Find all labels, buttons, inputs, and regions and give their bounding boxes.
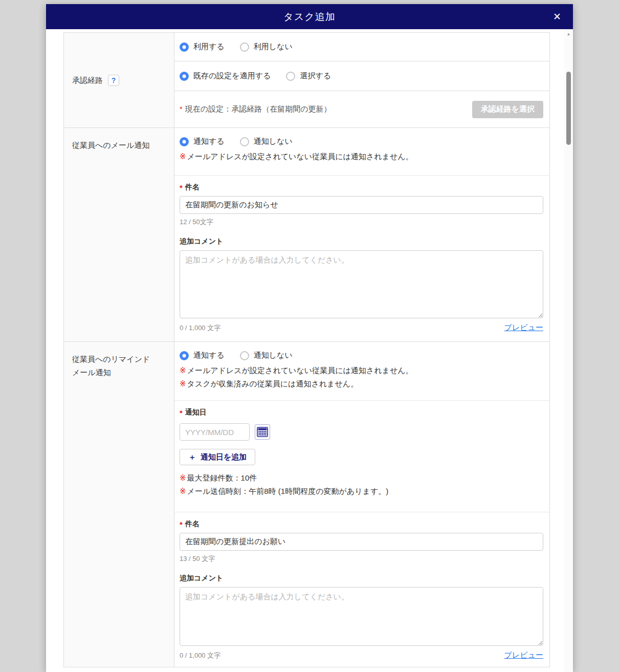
approval-route-row: 承認経路 ? 利用する 利用しない — [64, 33, 549, 128]
remind-notification-label-line1: 従業員へのリマインド — [72, 353, 166, 366]
radio-remind-notify-yes[interactable]: 通知する — [180, 351, 225, 360]
add-notify-date-button[interactable]: ＋ 通知日を追加 — [180, 449, 255, 465]
mail-subject-input[interactable] — [180, 196, 543, 214]
add-task-modal: タスク追加 ✕ 承認経路 ? 利用する — [46, 4, 573, 672]
radio-unselected-icon — [240, 351, 249, 360]
remind-date-input[interactable] — [180, 423, 250, 441]
radio-unselected-icon — [240, 137, 249, 146]
radio-apply-existing[interactable]: 既存の設定を適用する — [180, 71, 271, 81]
plus-icon: ＋ — [188, 452, 196, 462]
mail-comment-counter: 0 / 1,000 文字 — [180, 323, 220, 333]
mail-note: ※メールアドレスが設定されていない従業員には通知されません。 — [180, 151, 543, 162]
radio-use-no[interactable]: 利用しない — [240, 42, 293, 52]
radio-mail-notify-yes[interactable]: 通知する — [180, 137, 225, 146]
close-icon: ✕ — [553, 11, 561, 22]
close-button[interactable]: ✕ — [548, 8, 566, 26]
select-approval-route-button[interactable]: 承認経路を選択 — [472, 101, 543, 118]
mail-notify-radio-group: 通知する 通知しない ※メールアドレスが設定されていない従業員には通知されません… — [174, 128, 549, 176]
mail-comment-label: 追加コメント — [180, 237, 543, 246]
modal-title: タスク追加 — [283, 10, 335, 24]
help-icon[interactable]: ? — [108, 75, 119, 86]
remind-fields-section: *件名 13 / 50 文字 追加コメント 0 / 1,000 文字 プレビュー — [174, 512, 549, 667]
radio-unselected-icon — [286, 72, 295, 81]
approval-route-label: 承認経路 — [72, 74, 103, 87]
modal-header: タスク追加 ✕ — [46, 4, 573, 29]
remind-date-section: *通知日 — [174, 401, 549, 512]
radio-selected-icon — [180, 42, 189, 52]
scroll-up-icon[interactable]: ▲ — [564, 32, 573, 36]
radio-mail-notify-no[interactable]: 通知しない — [240, 137, 293, 146]
remind-notification-label-line2: メール通知 — [72, 366, 166, 379]
remind-subject-counter: 13 / 50 文字 — [180, 554, 543, 563]
remind-comment-counter: 0 / 1,000 文字 — [180, 651, 220, 660]
remind-notification-label-cell: 従業員へのリマインド メール通知 — [64, 342, 174, 667]
mail-notification-label-cell: 従業員へのメール通知 — [64, 128, 174, 341]
approval-mode-radio-group: 既存の設定を適用する 選択する — [174, 61, 549, 91]
remind-note-2: ※タスクが収集済みの従業員には通知されません。 — [180, 378, 543, 389]
remind-subject-label: *件名 — [180, 519, 543, 529]
scrollbar-thumb[interactable] — [566, 72, 571, 145]
mail-notification-label: 従業員へのメール通知 — [72, 141, 149, 149]
radio-selected-icon — [180, 137, 189, 146]
remind-preview-link[interactable]: プレビュー — [504, 651, 543, 660]
mail-subject-counter: 12 / 50文字 — [180, 218, 543, 227]
task-form: 承認経路 ? 利用する 利用しない — [63, 32, 550, 667]
radio-selected-icon — [180, 351, 189, 360]
remind-time-note: ※メール送信時刻：午前8時 (1時間程度の変動があります。) — [180, 486, 543, 497]
mail-fields-section: *件名 12 / 50文字 追加コメント 0 / 1,000 文字 プレビュー — [174, 176, 549, 341]
modal-body: 承認経路 ? 利用する 利用しない — [46, 29, 573, 672]
approval-current-setting-row: *現在の設定：承認経路（在留期間の更新） 承認経路を選択 — [174, 91, 549, 127]
mail-notification-row: 従業員へのメール通知 通知する 通知しない — [64, 128, 549, 342]
radio-selected-icon — [180, 72, 189, 81]
remind-subject-input[interactable] — [180, 533, 543, 551]
remind-max-note: ※最大登録件数：10件 — [180, 472, 543, 484]
mail-notification-content: 通知する 通知しない ※メールアドレスが設定されていない従業員には通知されません… — [174, 128, 549, 341]
radio-select-route[interactable]: 選択する — [286, 71, 331, 81]
remind-notification-content: 通知する 通知しない ※メールアドレスが設定されていない従業員には通知されません… — [174, 342, 549, 667]
remind-note-1: ※メールアドレスが設定されていない従業員には通知されません。 — [180, 365, 543, 376]
calendar-button[interactable] — [255, 424, 270, 440]
approval-route-content: 利用する 利用しない 既存の設定を適用する — [174, 33, 549, 127]
remind-comment-textarea[interactable] — [180, 587, 543, 646]
remind-notify-radio-group: 通知する 通知しない ※メールアドレスが設定されていない従業員には通知されません… — [174, 342, 549, 401]
approval-route-label-cell: 承認経路 ? — [64, 33, 174, 127]
remind-comment-label: 追加コメント — [180, 574, 543, 583]
radio-unselected-icon — [240, 42, 249, 52]
mail-comment-textarea[interactable] — [180, 250, 543, 318]
calendar-icon — [257, 427, 268, 437]
mail-preview-link[interactable]: プレビュー — [504, 323, 543, 333]
approval-use-radio-group: 利用する 利用しない — [174, 33, 549, 61]
mail-subject-label: *件名 — [180, 183, 543, 192]
radio-remind-notify-no[interactable]: 通知しない — [240, 351, 293, 360]
remind-notification-row: 従業員へのリマインド メール通知 通知する 通知しない — [64, 342, 549, 667]
current-setting-text: *現在の設定：承認経路（在留期間の更新） — [180, 104, 331, 114]
radio-use-yes[interactable]: 利用する — [180, 42, 225, 52]
scrollbar[interactable]: ▲ — [564, 29, 573, 672]
remind-date-label: *通知日 — [180, 408, 543, 417]
